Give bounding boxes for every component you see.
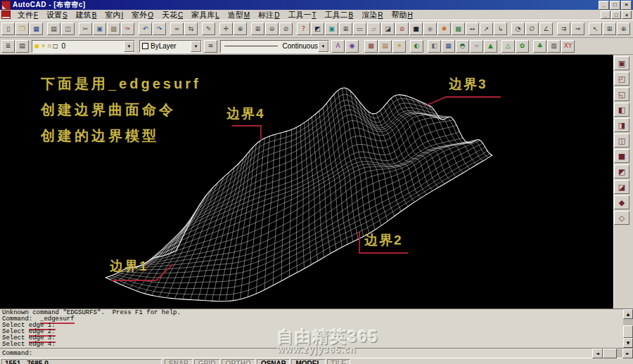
- diameter-dimension-button[interactable]: ∅: [525, 22, 539, 35]
- properties-button[interactable]: ◉: [345, 40, 359, 53]
- radius-dimension-button[interactable]: ◔: [511, 22, 525, 35]
- menu-item-o[interactable]: 室外O: [127, 10, 158, 20]
- document-icon[interactable]: [1, 11, 11, 19]
- color-control-button[interactable]: A: [331, 40, 345, 53]
- menu-item-b[interactable]: 工具二B: [321, 10, 358, 20]
- dropdown-arrow-icon[interactable]: ▼: [191, 41, 201, 52]
- dropdown-arrow-icon[interactable]: ▼: [318, 41, 328, 52]
- status-toggle-model[interactable]: MODEL: [291, 359, 325, 364]
- menu-item-l[interactable]: 家具库L: [187, 10, 224, 20]
- command-vscrollbar[interactable]: ▲ ▼: [623, 309, 633, 348]
- regen-button[interactable]: ⊘: [395, 22, 409, 35]
- doc-close-button[interactable]: ×: [622, 11, 632, 19]
- center-mark-button[interactable]: ⊕: [617, 22, 630, 35]
- color-dropdown[interactable]: ByLayer ▼: [139, 40, 202, 53]
- fog-button[interactable]: ≈: [470, 40, 483, 53]
- tree-button[interactable]: ♣: [533, 40, 546, 53]
- ne-isometric-button[interactable]: ◆: [614, 195, 629, 209]
- front-view-button[interactable]: ◫: [614, 134, 629, 148]
- menu-item-t[interactable]: 工具一T: [283, 10, 320, 20]
- print-preview-button[interactable]: ◫: [61, 22, 75, 35]
- aligned-dimension-button[interactable]: ↗: [480, 22, 493, 35]
- hide-button[interactable]: ◪: [381, 22, 395, 35]
- layer-dropdown[interactable]: ●☀∩□ 0 ▼: [32, 40, 135, 53]
- left-view-button[interactable]: ◧: [614, 103, 629, 117]
- zoom-previous-button[interactable]: ⊘: [279, 22, 293, 35]
- scroll-down-button[interactable]: ▼: [623, 338, 633, 348]
- status-toggle-grid[interactable]: GRID: [194, 359, 220, 364]
- bottom-view-button[interactable]: ◱: [614, 87, 629, 101]
- layer-previous-button[interactable]: ▤: [15, 40, 29, 53]
- se-isometric-button[interactable]: ◪: [614, 180, 629, 194]
- menu-item-b[interactable]: 建筑B: [72, 10, 101, 20]
- nw-isometric-button[interactable]: ◇: [614, 211, 629, 225]
- match-properties-button[interactable]: ✑: [121, 22, 134, 35]
- object-snap-button[interactable]: ≈: [170, 22, 184, 35]
- status-toggle-snap[interactable]: SNAP: [165, 359, 193, 364]
- hscrollbar-thumb[interactable]: [603, 349, 617, 358]
- status-toggle-ortho[interactable]: ORTHO: [222, 359, 255, 364]
- paste-button[interactable]: ▨: [107, 22, 120, 35]
- dropdown-arrow-icon[interactable]: ▼: [124, 41, 134, 52]
- materials-button[interactable]: ◐: [410, 40, 423, 53]
- undo-button[interactable]: ↶: [139, 22, 152, 35]
- pan-button[interactable]: ✛: [219, 22, 233, 35]
- ordinate-dimension-button[interactable]: ↳: [494, 22, 507, 35]
- open-folder-button[interactable]: ❒: [15, 22, 29, 35]
- hscrollbar-track[interactable]: [617, 349, 622, 358]
- menu-item-m[interactable]: 造型M: [224, 10, 254, 20]
- tolerance-button[interactable]: ⊞: [603, 22, 616, 35]
- scrollbar-track[interactable]: [623, 319, 633, 325]
- status-toggle-osnap[interactable]: OSNAP: [257, 359, 290, 364]
- menu-item-c[interactable]: 天花C: [158, 10, 187, 20]
- render-options-button[interactable]: ▩: [452, 22, 465, 35]
- zoom-realtime-button[interactable]: ⊕: [234, 22, 247, 35]
- command-history[interactable]: Unknown command "EDGSURFS". Press F1 for…: [0, 309, 623, 349]
- scroll-up-button[interactable]: ▲: [623, 309, 633, 319]
- lights-button[interactable]: ☀: [392, 40, 406, 53]
- single-viewport-button[interactable]: ▭: [353, 22, 366, 35]
- doc-minimize-button[interactable]: _: [601, 11, 610, 19]
- continue-dimension-button[interactable]: ⇒: [571, 22, 584, 35]
- menu-item-s[interactable]: 设置S: [42, 10, 72, 20]
- landscape-new-button[interactable]: ▲: [484, 40, 497, 53]
- baseline-dimension-button[interactable]: ⇉: [557, 22, 570, 35]
- materials-library-button[interactable]: ◧: [428, 40, 441, 53]
- right-view-button[interactable]: ◨: [614, 118, 629, 132]
- sw-isometric-button[interactable]: ◩: [614, 164, 629, 178]
- minimize-button[interactable]: _: [599, 1, 609, 10]
- leader-button[interactable]: ↖: [589, 22, 602, 35]
- menu-item-f[interactable]: 文件F: [13, 10, 42, 20]
- zoom-window-button[interactable]: ⊞: [251, 22, 264, 35]
- tiled-viewports-button[interactable]: ⊞: [339, 22, 352, 35]
- status-toggle-tile[interactable]: TILE: [327, 359, 351, 364]
- back-view-button[interactable]: ■: [614, 149, 629, 163]
- zoom-out-button[interactable]: ⊖: [265, 22, 279, 35]
- ucs-button[interactable]: ⇆: [184, 22, 198, 35]
- print-button[interactable]: ▤: [47, 22, 60, 35]
- linear-dimension-button[interactable]: ↔: [466, 22, 479, 35]
- layers-dialog-button[interactable]: ≣: [1, 40, 15, 53]
- redo-button[interactable]: ↷: [153, 22, 166, 35]
- landscape-edit-button[interactable]: △: [501, 40, 515, 53]
- aerial-view-button[interactable]: ◩: [311, 22, 324, 35]
- restore-button[interactable]: □: [610, 1, 620, 10]
- menu-item-h[interactable]: 帮助H: [387, 10, 416, 20]
- shade-button[interactable]: ■: [409, 22, 423, 35]
- render-button[interactable]: ✺: [437, 22, 451, 35]
- new-file-button[interactable]: ▯: [1, 22, 15, 35]
- linetype-button[interactable]: ≡: [204, 40, 217, 53]
- scrollbar-thumb[interactable]: [623, 325, 633, 338]
- scroll-right-button[interactable]: ►: [622, 349, 633, 358]
- linetype-dropdown[interactable]: Continuous ▼: [220, 40, 329, 53]
- scroll-left-button[interactable]: ◄: [592, 349, 603, 358]
- sketch-pen-button[interactable]: ✎: [202, 22, 215, 35]
- scenes-button[interactable]: ▤: [378, 40, 392, 53]
- doc-restore-button[interactable]: □: [611, 11, 621, 19]
- named-views-button[interactable]: ▣: [325, 22, 338, 35]
- mapping-button[interactable]: ▦: [442, 40, 455, 53]
- cut-button[interactable]: ✂: [79, 22, 92, 35]
- menu-item-d[interactable]: 标注D: [254, 10, 283, 20]
- command-hscrollbar[interactable]: ◄ ►: [592, 349, 633, 358]
- menu-item-i[interactable]: 室内I: [101, 10, 127, 20]
